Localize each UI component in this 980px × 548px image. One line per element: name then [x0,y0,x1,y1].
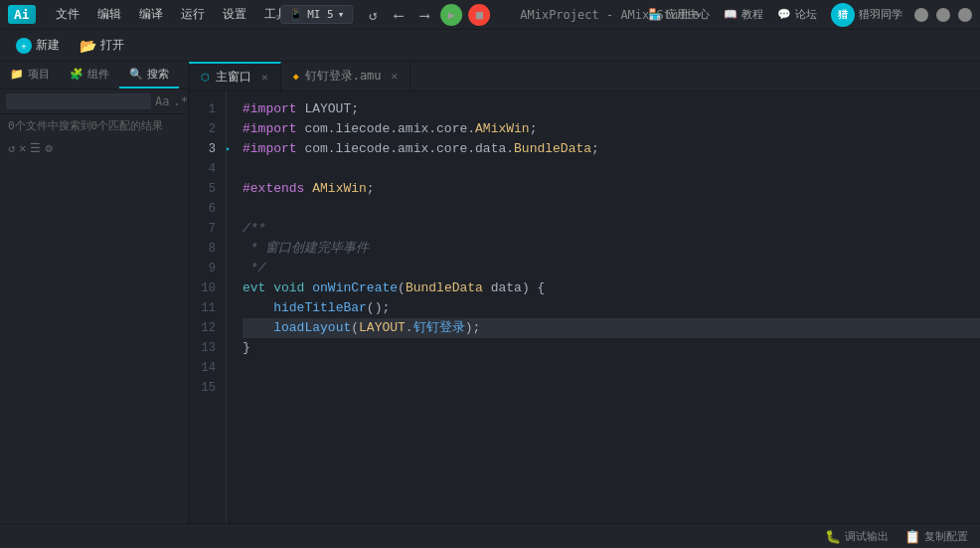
code-line-12: loadLayout(LAYOUT.钉钉登录); [243,318,980,338]
editor-tab-login[interactable]: ◆ 钉钉登录.amu ✕ [281,62,411,91]
tab-close-main[interactable]: ✕ [261,71,268,84]
status-bar: 🐛 调试输出 📋 复制配置 [0,523,980,548]
user-profile-btn[interactable]: 猎 猎羽同学 [831,3,902,27]
left-panel: 📁项目 🧩组件 🔍搜索 Aa .* ↗ 0个文件中搜索到0个匹配的结果 ↺ ✕ … [0,62,189,523]
refresh-icon[interactable]: ↺ [363,5,383,25]
code-line-15 [243,378,980,398]
line-num-1: 1 [189,99,220,119]
debug-icon: 🐛 [825,529,841,544]
code-line-11: hideTitleBar(); [243,298,980,318]
menu-run[interactable]: 运行 [173,4,213,25]
copy-config-btn[interactable]: 📋 复制配置 [904,529,968,544]
code-line-6 [243,199,980,219]
line-num-13: 13 [189,338,220,358]
editor-tabs: ⬡ 主窗口 ✕ ◆ 钉钉登录.amu ✕ [189,62,980,91]
folder-icon: 📂 [80,38,96,54]
menu-settings[interactable]: 设置 [215,4,254,25]
forward-icon[interactable]: ⟶ [414,5,434,25]
code-editor: 1 2 3 4 5 6 7 8 9 10 11 12 13 14 15 [189,91,980,523]
line-num-11: 11 [189,298,220,318]
line-num-4: 4 [189,159,220,179]
left-tabs: 📁项目 🧩组件 🔍搜索 [0,62,188,90]
device-selector[interactable]: 📱 MI 5 ▾ [280,5,353,24]
tab-label-login: 钉钉登录.amu [305,68,382,85]
debug-output-btn[interactable]: 🐛 调试输出 [825,529,889,544]
line-num-3: 3 [189,139,220,159]
stop-button[interactable]: ■ [468,4,490,26]
line-num-6: 6 [189,199,220,219]
menu-edit[interactable]: 编辑 [89,4,129,25]
back-icon[interactable]: ⟵ [389,5,408,25]
avatar: 猎 [831,3,855,27]
app-logo: Ai [8,5,36,24]
status-bar-right: 🐛 调试输出 📋 复制配置 [825,529,968,544]
search-input[interactable] [6,93,151,109]
search-result-info: 0个文件中搜索到0个匹配的结果 [0,114,188,137]
tab-label-main: 主窗口 [216,69,251,86]
open-button[interactable]: 📂 打开 [72,34,132,57]
menu-build[interactable]: 编译 [131,4,171,25]
line-num-5: 5 [189,179,220,199]
line-num-12: 12 [189,318,220,338]
match-case-icon[interactable]: Aa [155,94,169,108]
code-line-2: #import com.liecode.amix.core.AMixWin; [243,119,980,139]
forum-btn[interactable]: 💬论坛 [777,7,817,22]
tab-icon-login: ◆ [293,71,299,82]
line-num-8: 8 [189,239,220,259]
refresh-search-icon[interactable]: ↺ [8,141,15,155]
code-line-4 [243,159,980,179]
line-num-14: 14 [189,358,220,378]
app-title: AMixProject - AMix Studio [520,8,700,22]
editor-tab-main[interactable]: ⬡ 主窗口 ✕ [189,62,281,91]
maximize-button[interactable] [936,8,950,22]
new-icon: + [16,38,32,54]
code-line-13: } [243,338,980,358]
code-line-10: evt void onWinCreate(BundleData data) { [243,278,980,298]
search-bar: Aa .* ↗ [0,90,188,114]
copy-icon: 📋 [904,529,920,544]
tab-components[interactable]: 🧩组件 [60,62,119,89]
line-num-10: 10 [189,278,220,298]
editor-area: ⬡ 主窗口 ✕ ◆ 钉钉登录.amu ✕ 1 2 3 4 5 6 7 8 9 [189,62,980,523]
settings-search-icon[interactable]: ⚙ [45,141,52,155]
tab-search[interactable]: 🔍搜索 [119,62,179,89]
tutorial-btn[interactable]: 📖教程 [724,7,763,22]
line-numbers: 1 2 3 4 5 6 7 8 9 10 11 12 13 14 15 [189,91,227,523]
code-line-9: */ [243,259,980,278]
code-line-14 [243,358,980,378]
run-controls: ↺ ⟵ ⟶ ▶ ■ [363,4,490,26]
tab-close-login[interactable]: ✕ [392,70,399,83]
code-content[interactable]: #import LAYOUT; #import com.liecode.amix… [227,91,980,523]
search-controls: ↺ ✕ ☰ ⚙ [0,137,188,159]
code-line-8: * 窗口创建完毕事件 [243,239,980,259]
tab-project[interactable]: 📁项目 [0,62,60,89]
new-button[interactable]: + 新建 [8,34,68,57]
main-layout: 📁项目 🧩组件 🔍搜索 Aa .* ↗ 0个文件中搜索到0个匹配的结果 ↺ ✕ … [0,62,980,523]
close-button[interactable] [958,8,972,22]
second-toolbar: + 新建 📂 打开 [0,30,980,62]
menu-file[interactable]: 文件 [48,4,87,25]
minimize-button[interactable] [914,8,928,22]
line-num-2: 2 [189,119,220,139]
window-controls [914,8,972,22]
window-title: 📱 MI 5 ▾ ↺ ⟵ ⟶ ▶ ■ AMixProject - AMix St… [280,4,700,26]
code-line-3: ▶ #import com.liecode.amix.core.data.Bun… [243,139,980,159]
tab-icon-main: ⬡ [201,72,210,83]
filter-icon[interactable]: ☰ [30,141,41,155]
play-button[interactable]: ▶ [440,4,462,26]
line-num-15: 15 [189,378,220,398]
clear-search-icon[interactable]: ✕ [19,141,26,155]
line-num-9: 9 [189,259,220,278]
line-num-7: 7 [189,219,220,239]
code-with-arrow: #import LAYOUT; #import com.liecode.amix… [243,99,980,398]
title-bar: Ai 文件 编辑 编译 运行 设置 工具 帮助 📱 MI 5 ▾ ↺ ⟵ ⟶ ▶… [0,0,980,30]
code-line-1: #import LAYOUT; [243,99,980,119]
code-line-5: #extends AMixWin; [243,179,980,199]
regex-icon[interactable]: .* [173,94,187,108]
code-line-7: /** [243,219,980,239]
